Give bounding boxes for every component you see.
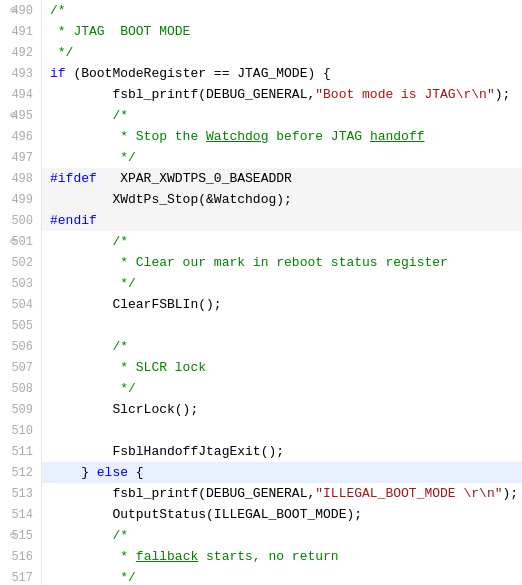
line-500: 500: [8, 210, 33, 231]
code-line-510: [42, 420, 522, 441]
line-499: 499: [8, 189, 33, 210]
code-line-512: } else {: [42, 462, 522, 483]
line-498: 498: [8, 168, 33, 189]
code-line-498: #ifdef XPAR_XWDTPS_0_BASEADDR: [42, 168, 522, 189]
line-504: 504: [8, 294, 33, 315]
fold-icon-490[interactable]: ⊖: [10, 3, 16, 18]
code-line-509: SlcrLock();: [42, 399, 522, 420]
code-line-499: XWdtPs_Stop(&Watchdog);: [42, 189, 522, 210]
line-numbers: ⊖490 491 492 493 494 ⊖495 496 497 498 49…: [0, 0, 42, 585]
code-line-491: * JTAG BOOT MODE: [42, 21, 522, 42]
code-line-503: */: [42, 273, 522, 294]
line-491: 491: [8, 21, 33, 42]
code-line-508: */: [42, 378, 522, 399]
line-506: 506: [8, 336, 33, 357]
code-line-506: /*: [42, 336, 522, 357]
line-508: 508: [8, 378, 33, 399]
line-505: 505: [8, 315, 33, 336]
code-content: /* * JTAG BOOT MODE */ if (BootModeRegis…: [42, 0, 522, 585]
code-line-497: */: [42, 147, 522, 168]
fold-icon-515[interactable]: ⊖: [10, 528, 16, 543]
code-line-517: */: [42, 567, 522, 585]
code-line-515: /*: [42, 525, 522, 546]
line-511: 511: [8, 441, 33, 462]
line-510: 510: [8, 420, 33, 441]
line-492: 492: [8, 42, 33, 63]
line-513: 513: [8, 483, 33, 504]
line-512: 512: [8, 462, 33, 483]
line-509: 509: [8, 399, 33, 420]
line-501: ⊖501: [8, 231, 33, 252]
line-503: 503: [8, 273, 33, 294]
code-line-495: /*: [42, 105, 522, 126]
line-493: 493: [8, 63, 33, 84]
line-494: 494: [8, 84, 33, 105]
line-502: 502: [8, 252, 33, 273]
code-line-505: [42, 315, 522, 336]
code-line-494: fsbl_printf(DEBUG_GENERAL,"Boot mode is …: [42, 84, 522, 105]
fold-icon-501[interactable]: ⊖: [10, 234, 16, 249]
line-490: ⊖490: [8, 0, 33, 21]
code-line-496: * Stop the Watchdog before JTAG handoff: [42, 126, 522, 147]
line-514: 514: [8, 504, 33, 525]
code-line-514: OutputStatus(ILLEGAL_BOOT_MODE);: [42, 504, 522, 525]
code-line-490: /*: [42, 0, 522, 21]
code-line-507: * SLCR lock: [42, 357, 522, 378]
line-515: ⊖515: [8, 525, 33, 546]
code-line-504: ClearFSBLIn();: [42, 294, 522, 315]
code-line-513: fsbl_printf(DEBUG_GENERAL,"ILLEGAL_BOOT_…: [42, 483, 522, 504]
code-line-500: #endif: [42, 210, 522, 231]
code-line-502: * Clear our mark in reboot status regist…: [42, 252, 522, 273]
line-516: 516: [8, 546, 33, 567]
line-497: 497: [8, 147, 33, 168]
code-line-492: */: [42, 42, 522, 63]
line-507: 507: [8, 357, 33, 378]
line-495: ⊖495: [8, 105, 33, 126]
code-line-501: /*: [42, 231, 522, 252]
code-editor: ⊖490 491 492 493 494 ⊖495 496 497 498 49…: [0, 0, 522, 585]
fold-icon-495[interactable]: ⊖: [10, 108, 16, 123]
code-line-516: * fallback starts, no return: [42, 546, 522, 567]
code-line-511: FsblHandoffJtagExit();: [42, 441, 522, 462]
line-496: 496: [8, 126, 33, 147]
code-line-493: if (BootModeRegister == JTAG_MODE) {: [42, 63, 522, 84]
line-517: 517: [8, 567, 33, 585]
